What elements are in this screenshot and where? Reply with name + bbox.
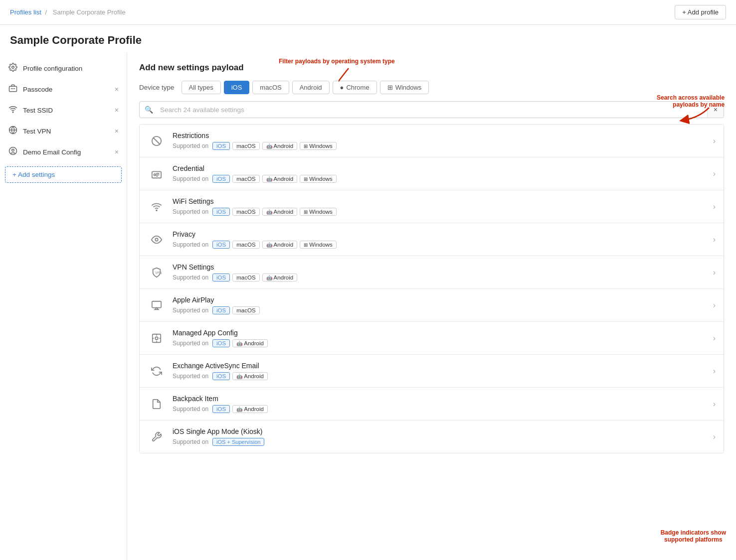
badge-label-ios-+-supervision: iOS + Supervision: [216, 439, 260, 445]
payload-name-credential: Credential: [173, 164, 709, 172]
payload-item-privacy[interactable]: PrivacySupported oniOSmacOS🤖Android⊞Wind…: [140, 223, 724, 256]
svg-point-5: [12, 112, 13, 113]
payload-item-vpn-settings[interactable]: VPNVPN SettingsSupported oniOSmacOS🤖Andr…: [140, 256, 724, 289]
svg-line-10: [154, 138, 160, 144]
svg-text:VPN: VPN: [155, 271, 162, 274]
platform-badge-windows: ⊞Windows: [300, 142, 337, 150]
platform-badge-macos: macOS: [232, 306, 259, 314]
platform-badge-android: 🤖Android: [232, 405, 268, 413]
device-type-chrome-label: Chrome: [346, 84, 369, 91]
remove-test-vpn-button[interactable]: ×: [115, 127, 119, 135]
sidebar-item-label-passcode: Passcode: [23, 86, 52, 93]
android-badge-icon: 🤖: [266, 143, 272, 149]
android-badge-icon: 🤖: [236, 407, 242, 412]
breadcrumb-current: Sample Corporate Profile: [53, 8, 126, 16]
page-title: Sample Corporate Profile: [0, 25, 736, 53]
device-type-chrome-button[interactable]: ●Chrome: [333, 81, 377, 94]
windows-badge-icon: ⊞: [304, 143, 308, 149]
device-type-all-button[interactable]: All types: [182, 81, 221, 94]
chevron-right-apple-airplay: ›: [713, 301, 716, 310]
sidebar-item-test-vpn[interactable]: Test VPN×: [0, 121, 127, 141]
platform-badge-macos: macOS: [232, 142, 259, 150]
badge-label-macos: macOS: [236, 307, 255, 313]
device-type-macos-button[interactable]: macOS: [252, 81, 289, 94]
breadcrumb-profiles-link[interactable]: Profiles list: [10, 8, 41, 16]
badge-label-windows: Windows: [309, 143, 333, 149]
badge-label-windows: Windows: [309, 242, 333, 248]
badge-label-android: Android: [244, 406, 264, 412]
platform-badge-android: 🤖Android: [232, 339, 268, 347]
device-type-macos-label: macOS: [260, 84, 281, 91]
payload-name-apple-airplay: Apple AirPlay: [173, 296, 709, 304]
android-badge-icon: 🤖: [266, 242, 272, 248]
supported-on-label-credential: Supported on: [173, 175, 208, 182]
android-badge-icon: 🤖: [236, 374, 242, 379]
platform-badge-macos: macOS: [232, 208, 259, 216]
device-type-windows-button[interactable]: ⊞Windows: [380, 81, 429, 94]
payload-name-exchange-activesync: Exchange ActiveSync Email: [173, 362, 709, 370]
device-type-ios-label: iOS: [231, 84, 242, 91]
payload-item-wifi-settings[interactable]: WiFi SettingsSupported oniOSmacOS🤖Androi…: [140, 190, 724, 223]
section-title: Add new settings payload: [139, 63, 724, 73]
search-input[interactable]: [158, 102, 707, 118]
remove-passcode-button[interactable]: ×: [115, 85, 119, 93]
payload-item-ios-single-app-mode[interactable]: iOS Single App Mode (Kiosk)Supported oni…: [140, 420, 724, 453]
remove-demo-email-config-button[interactable]: ×: [115, 148, 119, 156]
add-settings-label: + Add settings: [12, 171, 55, 178]
platform-badge-ios: iOS: [212, 306, 230, 314]
ios-single-app-mode-icon: [148, 428, 166, 446]
payload-item-exchange-activesync[interactable]: Exchange ActiveSync EmailSupported oniOS…: [140, 355, 724, 388]
credential-icon: [148, 165, 166, 183]
badge-label-android: Android: [244, 340, 264, 346]
sidebar-item-demo-email-config[interactable]: Demo Email Config×: [0, 141, 127, 162]
badge-label-macos: macOS: [236, 209, 255, 215]
supported-on-label-restrictions: Supported on: [173, 142, 208, 149]
badge-label-macos: macOS: [236, 242, 255, 248]
supported-on-label-managed-app-config: Supported on: [173, 340, 208, 347]
payload-name-managed-app-config: Managed App Config: [173, 329, 709, 337]
add-profile-button[interactable]: + Add profile: [675, 5, 726, 19]
payload-name-backpack-item: Backpack Item: [173, 395, 709, 403]
payload-list: RestrictionsSupported oniOSmacOS🤖Android…: [139, 124, 724, 453]
payload-item-restrictions[interactable]: RestrictionsSupported oniOSmacOS🤖Android…: [140, 125, 724, 157]
supported-on-label-privacy: Supported on: [173, 241, 208, 248]
device-type-label: Device type: [139, 84, 175, 91]
badge-label-ios: iOS: [216, 176, 226, 182]
platform-badge-ios: iOS: [212, 274, 230, 281]
device-type-ios-button[interactable]: iOS: [224, 81, 250, 94]
badge-label-windows: Windows: [309, 209, 333, 215]
wifi-settings-icon: [148, 198, 166, 216]
svg-point-0: [12, 66, 14, 69]
supported-on-label-wifi-settings: Supported on: [173, 208, 208, 215]
platform-badge-macos: macOS: [232, 175, 259, 183]
sidebar-item-test-ssid[interactable]: Test SSID×: [0, 100, 127, 121]
demo-email-config-icon: [8, 146, 18, 157]
platform-badge-android: 🤖Android: [262, 142, 298, 150]
restrictions-icon: [148, 132, 166, 150]
badge-label-android: Android: [274, 275, 294, 280]
payload-name-wifi-settings: WiFi Settings: [173, 197, 709, 205]
chevron-right-credential: ›: [713, 169, 716, 178]
search-clear-button[interactable]: ×: [707, 102, 724, 118]
privacy-icon: [148, 231, 166, 249]
remove-test-ssid-button[interactable]: ×: [115, 106, 119, 114]
badge-label-ios: iOS: [216, 406, 226, 412]
add-settings-item[interactable]: + Add settings: [5, 166, 122, 183]
svg-point-12: [154, 174, 156, 176]
sidebar-item-passcode[interactable]: Passcode×: [0, 79, 127, 100]
sidebar-item-profile-configuration[interactable]: Profile configuration: [0, 58, 127, 79]
chevron-right-managed-app-config: ›: [713, 334, 716, 343]
android-badge-icon: 🤖: [266, 209, 272, 215]
payload-item-backpack-item[interactable]: Backpack ItemSupported oniOS🤖Android›: [140, 388, 724, 420]
device-type-android-label: Android: [300, 84, 322, 91]
device-type-android-button[interactable]: Android: [292, 81, 330, 94]
payload-item-apple-airplay[interactable]: Apple AirPlaySupported oniOSmacOS›: [140, 289, 724, 322]
payload-item-managed-app-config[interactable]: Managed App ConfigSupported oniOS🤖Androi…: [140, 322, 724, 355]
platform-badge-macos: macOS: [232, 241, 259, 249]
platform-badge-ios: iOS: [212, 208, 230, 216]
payload-item-credential[interactable]: CredentialSupported oniOSmacOS🤖Android⊞W…: [140, 157, 724, 190]
passcode-icon: [8, 84, 18, 95]
svg-point-17: [155, 238, 158, 241]
chevron-right-ios-single-app-mode: ›: [713, 432, 716, 441]
svg-point-22: [155, 337, 158, 340]
